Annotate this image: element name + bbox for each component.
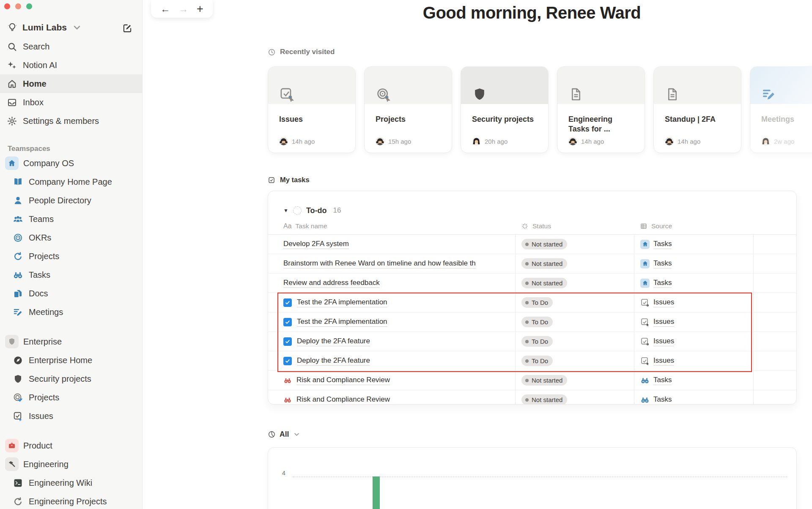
greeting-title: Good morning, Renee Ward <box>268 3 796 22</box>
task-checkbox[interactable] <box>283 298 292 307</box>
sidebar-item-product[interactable]: Product <box>0 436 142 455</box>
collapse-triangle-icon[interactable]: ▼ <box>283 208 288 213</box>
task-checkbox[interactable] <box>283 337 292 346</box>
sidebar-item-tasks[interactable]: Tasks <box>0 265 142 284</box>
source-cell[interactable]: Issues <box>634 312 753 331</box>
sidebar-item-enterprise[interactable]: Enterprise <box>0 332 142 351</box>
house-blue-icon <box>640 259 650 268</box>
page-icon <box>568 87 584 102</box>
source-cell[interactable]: Issues <box>634 351 753 370</box>
compose-icon[interactable] <box>122 23 133 34</box>
status-label: Not started <box>532 279 562 287</box>
source-cell[interactable]: Tasks <box>634 390 753 405</box>
sidebar-item-enterprise-home[interactable]: Enterprise Home <box>0 351 142 369</box>
recent-card-security-projects[interactable]: Security projects20h ago <box>461 66 549 153</box>
sidebar-group: EnterpriseEnterprise HomeSecurity projec… <box>0 332 142 425</box>
status-badge[interactable]: Not started <box>521 375 567 386</box>
status-badge[interactable]: Not started <box>521 278 567 288</box>
forward-button[interactable]: → <box>178 4 188 14</box>
sidebar-item-company-home-page[interactable]: Company Home Page <box>0 172 142 191</box>
my-tasks-header: My tasks <box>268 176 796 184</box>
task-name-cell[interactable]: Review and address feedback <box>268 274 515 293</box>
sidebar-item-settings-members[interactable]: Settings & members <box>0 112 142 130</box>
rings-pin-icon <box>376 87 391 102</box>
status-badge[interactable]: To Do <box>521 336 553 347</box>
task-name-cell[interactable]: Risk and Compliance Review <box>268 371 515 390</box>
sidebar-item-label: Engineering <box>23 460 69 469</box>
workspace-switcher[interactable]: Lumi Labs <box>7 22 136 33</box>
sidebar-item-label: Meetings <box>29 307 63 317</box>
recently-visited-header: Recently visited <box>268 48 796 56</box>
sidebar-item-engineering-projects[interactable]: Engineering Projects <box>0 492 142 509</box>
task-name-cell[interactable]: Deploy the 2FA feature <box>268 351 515 370</box>
source-cell[interactable]: Tasks <box>634 371 753 390</box>
recent-card-standup-2fa[interactable]: Standup | 2FA14h ago <box>653 66 741 153</box>
sidebar-item-security-projects[interactable]: Security projects <box>0 369 142 388</box>
sidebar-item-engineering[interactable]: Engineering <box>0 455 142 473</box>
task-name-cell[interactable]: Test the 2FA implementation <box>268 293 515 312</box>
card-header <box>365 67 452 104</box>
task-row: Test the 2FA implementationTo DoIssues <box>268 312 796 332</box>
page-icon <box>665 87 680 102</box>
task-checkbox[interactable] <box>283 318 292 326</box>
status-badge[interactable]: Not started <box>521 394 567 405</box>
sidebar-item-company-os[interactable]: Company OS <box>0 154 142 172</box>
task-name-cell[interactable]: Deploy the 2FA feature <box>268 332 515 351</box>
status-badge[interactable]: To Do <box>521 317 553 327</box>
sidebar-item-projects[interactable]: Projects <box>0 388 142 407</box>
shield-dark-icon <box>13 374 23 384</box>
sidebar-item-okrs[interactable]: OKRs <box>0 228 142 247</box>
sidebar-item-label: Engineering Projects <box>29 497 107 506</box>
recent-card-meetings[interactable]: Meetings2w ago <box>750 66 812 153</box>
status-badge[interactable]: To Do <box>521 297 553 308</box>
source-cell[interactable]: Tasks <box>634 274 753 293</box>
sidebar-item-issues[interactable]: Issues <box>0 407 142 425</box>
column-header-status[interactable]: Status <box>515 218 634 234</box>
sidebar-item-projects[interactable]: Projects <box>0 247 142 265</box>
sidebar-item-docs[interactable]: Docs <box>0 284 142 303</box>
task-row: Risk and Compliance ReviewNot startedTas… <box>268 371 796 390</box>
avatar <box>472 137 481 146</box>
status-label: Not started <box>532 260 562 267</box>
close-window-button[interactable] <box>4 3 10 9</box>
sidebar-item-search[interactable]: Search <box>0 37 142 56</box>
source-cell[interactable]: Issues <box>634 293 753 312</box>
tasks-chart: 4 <box>268 447 797 509</box>
task-name-cell[interactable]: Brainstorm with Renee Ward on timeline a… <box>268 254 515 273</box>
sidebar-item-inbox[interactable]: Inbox <box>0 93 142 112</box>
history-toolbar: ← → + <box>151 0 213 18</box>
recent-card-projects[interactable]: Projects15h ago <box>364 66 452 153</box>
status-badge[interactable]: Not started <box>521 239 567 249</box>
back-button[interactable]: ← <box>160 4 170 14</box>
card-time: 15h ago <box>388 138 411 145</box>
task-checkbox[interactable] <box>283 357 292 365</box>
todo-group-header[interactable]: ▼ To-do 16 <box>283 204 796 217</box>
zoom-window-button[interactable] <box>26 3 32 9</box>
sidebar-item-home[interactable]: Home <box>0 74 142 93</box>
column-header-task-name[interactable]: AaTask name <box>268 218 515 234</box>
status-badge[interactable]: To Do <box>521 356 553 366</box>
source-cell[interactable]: Tasks <box>634 254 753 273</box>
sidebar-item-notion-ai[interactable]: Notion AI <box>0 56 142 74</box>
column-label: Source <box>651 222 672 230</box>
recent-card-engineering-tasks-for[interactable]: Engineering Tasks for ...14h ago <box>557 66 645 153</box>
column-header-source[interactable]: Source <box>634 218 753 234</box>
source-cell[interactable]: Issues <box>634 332 753 351</box>
task-name-cell[interactable]: Risk and Compliance Review <box>268 390 515 405</box>
task-name-cell[interactable]: Develop 2FA system <box>268 235 515 254</box>
sidebar-item-teams[interactable]: Teams <box>0 210 142 228</box>
recent-card-issues[interactable]: Issues14h ago <box>268 66 356 153</box>
minimize-window-button[interactable] <box>15 3 21 9</box>
empty-cell <box>753 371 796 390</box>
status-badge[interactable]: Not started <box>521 258 567 269</box>
source-cell[interactable]: Tasks <box>634 235 753 254</box>
status-dot-icon <box>525 398 529 402</box>
chart-bar[interactable] <box>373 476 380 509</box>
all-filter-dropdown[interactable]: All <box>268 430 796 439</box>
task-name-cell[interactable]: Test the 2FA implementation <box>268 312 515 331</box>
sidebar-item-meetings[interactable]: Meetings <box>0 303 142 321</box>
sidebar-item-engineering-wiki[interactable]: Engineering Wiki <box>0 473 142 492</box>
status-dot-icon <box>525 262 529 265</box>
new-tab-button[interactable]: + <box>197 3 203 15</box>
sidebar-item-people-directory[interactable]: People Directory <box>0 191 142 210</box>
